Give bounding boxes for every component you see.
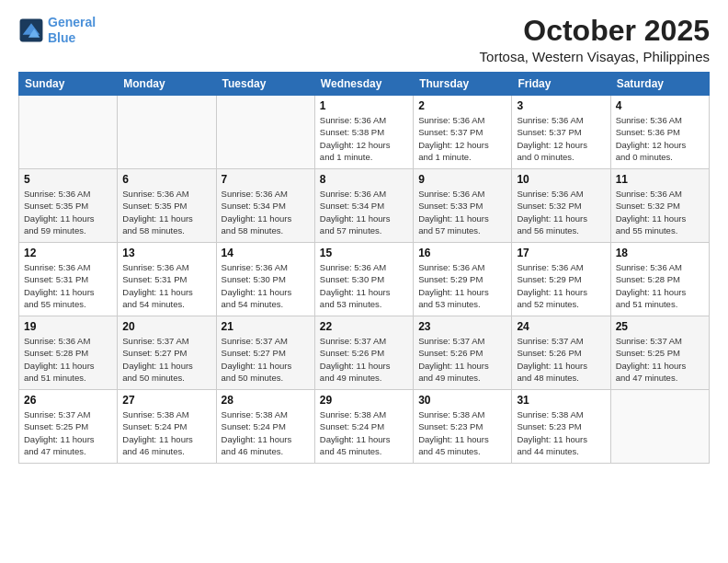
calendar-cell: [118, 96, 216, 169]
calendar-week-3: 12Sunrise: 5:36 AMSunset: 5:31 PMDayligh…: [19, 243, 710, 316]
title-block: October 2025 Tortosa, Western Visayas, P…: [480, 15, 710, 64]
calendar-header-thursday: Thursday: [414, 73, 512, 96]
page: General Blue October 2025 Tortosa, Weste…: [0, 0, 728, 563]
day-number: 10: [517, 173, 605, 186]
day-info: Sunrise: 5:36 AMSunset: 5:31 PMDaylight:…: [24, 261, 112, 310]
calendar-cell: 29Sunrise: 5:38 AMSunset: 5:24 PMDayligh…: [314, 390, 413, 464]
day-number: 5: [24, 173, 112, 186]
day-info: Sunrise: 5:38 AMSunset: 5:24 PMDaylight:…: [320, 408, 408, 457]
day-info: Sunrise: 5:36 AMSunset: 5:34 PMDaylight:…: [320, 188, 408, 236]
day-number: 12: [24, 247, 112, 259]
day-info: Sunrise: 5:36 AMSunset: 5:37 PMDaylight:…: [517, 114, 605, 163]
calendar-cell: [216, 96, 314, 169]
day-number: 2: [418, 99, 506, 112]
calendar-cell: 3Sunrise: 5:36 AMSunset: 5:37 PMDaylight…: [512, 96, 610, 169]
calendar-cell: 14Sunrise: 5:36 AMSunset: 5:30 PMDayligh…: [216, 243, 314, 316]
calendar-cell: 22Sunrise: 5:37 AMSunset: 5:26 PMDayligh…: [314, 316, 413, 390]
day-number: 22: [320, 320, 408, 333]
month-title: October 2025: [480, 15, 710, 47]
calendar-cell: 27Sunrise: 5:38 AMSunset: 5:24 PMDayligh…: [118, 390, 216, 464]
calendar-cell: [610, 390, 709, 464]
calendar-week-4: 19Sunrise: 5:36 AMSunset: 5:28 PMDayligh…: [19, 316, 710, 390]
day-number: 15: [320, 247, 408, 259]
calendar-cell: 9Sunrise: 5:36 AMSunset: 5:33 PMDaylight…: [414, 169, 512, 243]
calendar-week-1: 1Sunrise: 5:36 AMSunset: 5:38 PMDaylight…: [19, 96, 710, 169]
day-number: 24: [517, 320, 605, 333]
calendar-cell: 6Sunrise: 5:36 AMSunset: 5:35 PMDaylight…: [118, 169, 216, 243]
day-info: Sunrise: 5:36 AMSunset: 5:34 PMDaylight:…: [222, 188, 310, 236]
calendar-cell: 5Sunrise: 5:36 AMSunset: 5:35 PMDaylight…: [19, 169, 118, 243]
calendar-cell: 26Sunrise: 5:37 AMSunset: 5:25 PMDayligh…: [19, 390, 118, 464]
day-info: Sunrise: 5:36 AMSunset: 5:31 PMDaylight:…: [122, 261, 210, 310]
calendar-cell: 21Sunrise: 5:37 AMSunset: 5:27 PMDayligh…: [216, 316, 314, 390]
day-number: 23: [418, 320, 506, 333]
day-number: 31: [517, 394, 605, 407]
calendar-cell: 4Sunrise: 5:36 AMSunset: 5:36 PMDaylight…: [610, 96, 709, 169]
day-info: Sunrise: 5:37 AMSunset: 5:26 PMDaylight:…: [418, 335, 506, 384]
day-info: Sunrise: 5:36 AMSunset: 5:29 PMDaylight:…: [418, 261, 506, 310]
day-number: 18: [616, 247, 704, 259]
day-info: Sunrise: 5:38 AMSunset: 5:23 PMDaylight:…: [418, 408, 506, 457]
day-info: Sunrise: 5:36 AMSunset: 5:30 PMDaylight:…: [320, 261, 408, 310]
calendar-cell: 13Sunrise: 5:36 AMSunset: 5:31 PMDayligh…: [118, 243, 216, 316]
calendar-table: SundayMondayTuesdayWednesdayThursdayFrid…: [18, 72, 710, 464]
calendar-header-sunday: Sunday: [19, 73, 118, 96]
day-number: 20: [122, 320, 210, 333]
calendar-cell: 12Sunrise: 5:36 AMSunset: 5:31 PMDayligh…: [19, 243, 118, 316]
calendar-cell: 19Sunrise: 5:36 AMSunset: 5:28 PMDayligh…: [19, 316, 118, 390]
calendar-header-monday: Monday: [118, 73, 216, 96]
logo-icon: [18, 17, 44, 43]
day-number: 28: [222, 394, 310, 407]
day-number: 25: [616, 320, 704, 333]
day-info: Sunrise: 5:36 AMSunset: 5:36 PMDaylight:…: [616, 114, 704, 163]
calendar-cell: 18Sunrise: 5:36 AMSunset: 5:28 PMDayligh…: [610, 243, 709, 316]
day-info: Sunrise: 5:36 AMSunset: 5:38 PMDaylight:…: [320, 114, 408, 163]
day-info: Sunrise: 5:36 AMSunset: 5:28 PMDaylight:…: [616, 261, 704, 310]
header: General Blue October 2025 Tortosa, Weste…: [18, 15, 710, 64]
day-number: 6: [122, 173, 210, 186]
day-info: Sunrise: 5:37 AMSunset: 5:27 PMDaylight:…: [222, 335, 310, 384]
day-number: 14: [222, 247, 310, 259]
calendar-cell: [19, 96, 118, 169]
day-number: 11: [616, 173, 704, 186]
day-number: 13: [122, 247, 210, 259]
day-number: 26: [24, 394, 112, 407]
day-number: 1: [320, 99, 408, 112]
calendar-header-wednesday: Wednesday: [314, 73, 413, 96]
day-number: 17: [517, 247, 605, 259]
logo-text: General Blue: [48, 15, 96, 46]
calendar-header-friday: Friday: [512, 73, 610, 96]
calendar-cell: 24Sunrise: 5:37 AMSunset: 5:26 PMDayligh…: [512, 316, 610, 390]
day-number: 4: [616, 99, 704, 112]
calendar-cell: 31Sunrise: 5:38 AMSunset: 5:23 PMDayligh…: [512, 390, 610, 464]
calendar-cell: 15Sunrise: 5:36 AMSunset: 5:30 PMDayligh…: [314, 243, 413, 316]
day-number: 29: [320, 394, 408, 407]
calendar-header-tuesday: Tuesday: [216, 73, 314, 96]
location-title: Tortosa, Western Visayas, Philippines: [480, 49, 710, 64]
calendar-week-5: 26Sunrise: 5:37 AMSunset: 5:25 PMDayligh…: [19, 390, 710, 464]
calendar-cell: 1Sunrise: 5:36 AMSunset: 5:38 PMDaylight…: [314, 96, 413, 169]
day-info: Sunrise: 5:37 AMSunset: 5:25 PMDaylight:…: [616, 335, 704, 384]
day-info: Sunrise: 5:37 AMSunset: 5:27 PMDaylight:…: [122, 335, 210, 384]
calendar-cell: 25Sunrise: 5:37 AMSunset: 5:25 PMDayligh…: [610, 316, 709, 390]
day-info: Sunrise: 5:36 AMSunset: 5:28 PMDaylight:…: [24, 335, 112, 384]
calendar-cell: 23Sunrise: 5:37 AMSunset: 5:26 PMDayligh…: [414, 316, 512, 390]
calendar-week-2: 5Sunrise: 5:36 AMSunset: 5:35 PMDaylight…: [19, 169, 710, 243]
calendar-cell: 30Sunrise: 5:38 AMSunset: 5:23 PMDayligh…: [414, 390, 512, 464]
logo: General Blue: [18, 15, 96, 46]
calendar-cell: 28Sunrise: 5:38 AMSunset: 5:24 PMDayligh…: [216, 390, 314, 464]
calendar-header-row: SundayMondayTuesdayWednesdayThursdayFrid…: [19, 73, 710, 96]
calendar-cell: 20Sunrise: 5:37 AMSunset: 5:27 PMDayligh…: [118, 316, 216, 390]
calendar-cell: 16Sunrise: 5:36 AMSunset: 5:29 PMDayligh…: [414, 243, 512, 316]
day-info: Sunrise: 5:37 AMSunset: 5:26 PMDaylight:…: [320, 335, 408, 384]
day-info: Sunrise: 5:36 AMSunset: 5:33 PMDaylight:…: [418, 188, 506, 236]
calendar-cell: 11Sunrise: 5:36 AMSunset: 5:32 PMDayligh…: [610, 169, 709, 243]
day-info: Sunrise: 5:38 AMSunset: 5:24 PMDaylight:…: [122, 408, 210, 457]
day-info: Sunrise: 5:37 AMSunset: 5:25 PMDaylight:…: [24, 408, 112, 457]
day-info: Sunrise: 5:36 AMSunset: 5:37 PMDaylight:…: [418, 114, 506, 163]
calendar-cell: 7Sunrise: 5:36 AMSunset: 5:34 PMDaylight…: [216, 169, 314, 243]
day-info: Sunrise: 5:37 AMSunset: 5:26 PMDaylight:…: [517, 335, 605, 384]
calendar-header-saturday: Saturday: [610, 73, 709, 96]
day-number: 7: [222, 173, 310, 186]
day-number: 30: [418, 394, 506, 407]
